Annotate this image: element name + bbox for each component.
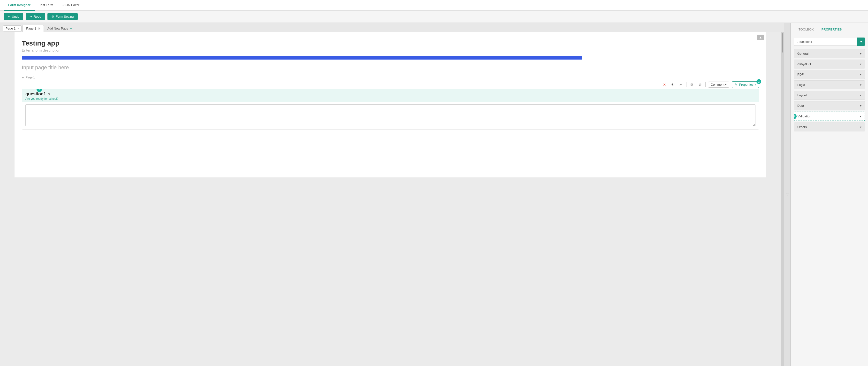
right-panel: TOOLBOX PROPERTIES ▾ General ▾ bbox=[790, 23, 868, 366]
hamburger-icon[interactable]: ≡ bbox=[22, 75, 24, 80]
arrow-right-icon: › bbox=[755, 83, 756, 86]
expand-icon: ⟨ ⟩ bbox=[785, 193, 789, 196]
section-pdf: PDF ▾ bbox=[794, 70, 865, 79]
tab-form-designer[interactable]: Form Designer bbox=[4, 0, 35, 11]
question-header: 1 question1 ✎ Are you ready for school? bbox=[22, 89, 759, 102]
section-data-header[interactable]: Data ▾ bbox=[794, 101, 865, 110]
section-akoyago: AkoyaGO ▾ bbox=[794, 60, 865, 68]
page-select-dropdown[interactable]: Page 1 ▾ bbox=[3, 25, 22, 31]
edit-icon[interactable]: ✎ bbox=[48, 92, 51, 96]
progress-bar-container bbox=[22, 56, 759, 60]
main-layout: Page 1 ▾ Page 1 ⚙ Add New Page + ▲ Testi… bbox=[0, 23, 868, 366]
section-layout: Layout ▾ bbox=[794, 91, 865, 100]
section-general-header[interactable]: General ▾ bbox=[794, 50, 865, 58]
tab-properties[interactable]: PROPERTIES bbox=[818, 26, 846, 34]
section-logic-header[interactable]: Logic ▾ bbox=[794, 81, 865, 89]
page-label-text: Page 1 bbox=[26, 76, 35, 79]
form-description: Enter a form description bbox=[14, 48, 766, 56]
page-tabs-bar: Page 1 ▾ Page 1 ⚙ Add New Page + bbox=[0, 23, 784, 32]
section-akoyago-chevron-icon: ▾ bbox=[860, 62, 862, 66]
section-general: General ▾ bbox=[794, 49, 865, 58]
top-nav: Form Designer Test Form JSON Editor bbox=[0, 0, 868, 11]
element-toolbar: ✕ 👁 ✂ ⧉ ⊕ Comment ▾ 2 ✎ bbox=[14, 80, 766, 89]
section-general-chevron-icon: ▾ bbox=[860, 52, 862, 55]
comment-chevron-icon: ▾ bbox=[725, 83, 726, 86]
section-data: Data ▾ bbox=[794, 101, 865, 110]
canvas: ▲ Testing app Enter a form description I… bbox=[14, 32, 766, 177]
chevron-down-icon: ▾ bbox=[860, 40, 862, 43]
question-selector: ▾ bbox=[794, 37, 865, 46]
form-setting-button[interactable]: ⚙ Form Setting bbox=[48, 13, 78, 20]
canvas-wrapper: ▲ Testing app Enter a form description I… bbox=[0, 32, 781, 366]
gear-icon: ⚙ bbox=[51, 15, 54, 19]
tab-toolbox[interactable]: TOOLBOX bbox=[795, 26, 818, 34]
question-element: 1 question1 ✎ Are you ready for school? bbox=[22, 89, 759, 129]
plus-icon: + bbox=[70, 26, 72, 30]
tab-json-editor[interactable]: JSON Editor bbox=[58, 0, 84, 11]
section-others-chevron-icon: ▾ bbox=[860, 125, 862, 129]
section-validation: 3 Validation ▾ bbox=[794, 112, 865, 121]
section-others: Others ▾ bbox=[794, 122, 865, 131]
question-subtext: Are you ready for school? bbox=[25, 97, 755, 100]
page-label-row: ≡ Page 1 bbox=[14, 75, 766, 80]
add-copy-icon[interactable]: ⊕ bbox=[697, 82, 703, 88]
panel-tabs: TOOLBOX PROPERTIES bbox=[791, 23, 868, 34]
toolbar: ↩ Undo ↪ Redo ⚙ Form Setting bbox=[0, 11, 868, 23]
section-validation-header[interactable]: Validation ▾ bbox=[794, 112, 865, 121]
properties-list: General ▾ AkoyaGO ▾ PDF ▾ Logic bbox=[791, 48, 868, 366]
delete-icon[interactable]: ✕ bbox=[661, 82, 667, 88]
properties-badge: 2 bbox=[756, 79, 761, 84]
canvas-row: ▲ Testing app Enter a form description I… bbox=[0, 32, 784, 366]
question-textarea[interactable] bbox=[25, 104, 755, 126]
question-body bbox=[22, 102, 759, 129]
cut-icon[interactable]: ✂ bbox=[678, 82, 684, 88]
section-akoyago-header[interactable]: AkoyaGO ▾ bbox=[794, 60, 865, 68]
section-layout-header[interactable]: Layout ▾ bbox=[794, 91, 865, 99]
scrollbar[interactable] bbox=[781, 32, 784, 366]
section-validation-chevron-icon: ▾ bbox=[860, 115, 861, 118]
pencil-icon: ✎ bbox=[735, 83, 738, 86]
section-logic-chevron-icon: ▾ bbox=[860, 83, 862, 87]
tab-test-form[interactable]: Test Form bbox=[35, 0, 58, 11]
section-data-chevron-icon: ▾ bbox=[860, 104, 862, 108]
visibility-icon[interactable]: 👁 bbox=[670, 82, 676, 88]
undo-button[interactable]: ↩ Undo bbox=[4, 13, 23, 20]
settings-icon: ⚙ bbox=[37, 27, 40, 30]
scroll-up-button[interactable]: ▲ bbox=[757, 35, 764, 40]
page-title-field[interactable]: Input page title here bbox=[14, 64, 766, 75]
section-pdf-header[interactable]: PDF ▾ bbox=[794, 70, 865, 79]
section-others-header[interactable]: Others ▾ bbox=[794, 123, 865, 131]
add-new-page-button[interactable]: Add New Page + bbox=[45, 25, 74, 32]
section-layout-chevron-icon: ▾ bbox=[860, 94, 862, 97]
progress-bar bbox=[22, 56, 582, 60]
question-selector-dropdown-btn[interactable]: ▾ bbox=[857, 37, 865, 46]
undo-icon: ↩ bbox=[8, 15, 10, 19]
copy-icon[interactable]: ⧉ bbox=[689, 82, 695, 88]
question-name: question1 ✎ bbox=[25, 92, 755, 97]
comment-button[interactable]: Comment ▾ bbox=[708, 82, 729, 88]
scrollbar-thumb[interactable] bbox=[782, 33, 783, 53]
form-title: Testing app bbox=[14, 32, 766, 48]
page-tab-1[interactable]: Page 1 ⚙ bbox=[23, 25, 44, 32]
section-pdf-chevron-icon: ▾ bbox=[860, 73, 862, 76]
divider2 bbox=[705, 82, 706, 87]
page-select-chevron-icon: ▾ bbox=[18, 27, 19, 30]
question-selector-input[interactable] bbox=[794, 38, 857, 46]
panel-splitter[interactable]: ⟨ ⟩ bbox=[784, 23, 790, 366]
redo-button[interactable]: ↪ Redo bbox=[26, 13, 45, 20]
redo-icon: ↪ bbox=[30, 15, 32, 19]
section-logic: Logic ▾ bbox=[794, 80, 865, 89]
form-area: Page 1 ▾ Page 1 ⚙ Add New Page + ▲ Testi… bbox=[0, 23, 784, 366]
properties-button[interactable]: 2 ✎ Properties › bbox=[732, 81, 759, 88]
